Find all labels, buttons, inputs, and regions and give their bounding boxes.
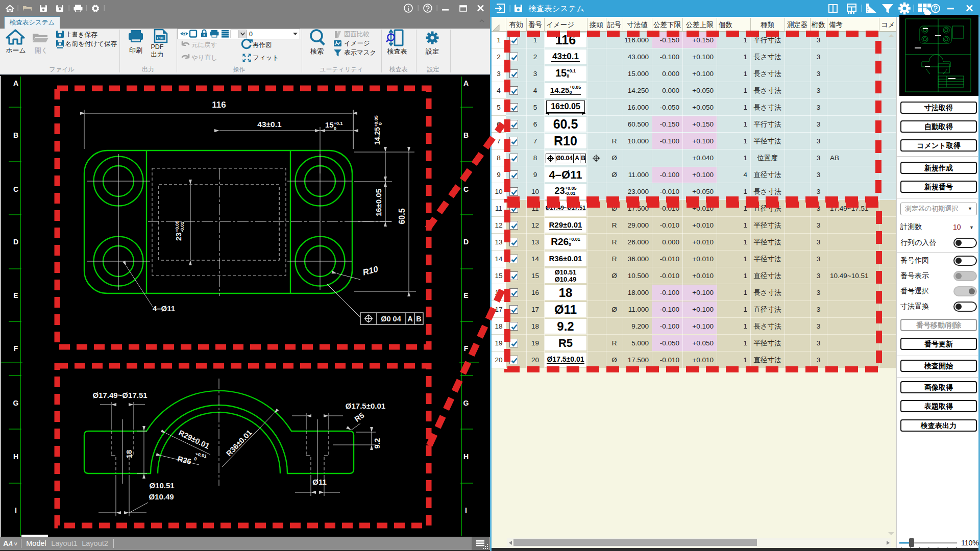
svg-text:0: 0 (334, 126, 336, 131)
svg-text:F: F (464, 344, 469, 353)
svg-text:I: I (465, 506, 467, 514)
svg-text:C: C (13, 185, 18, 193)
svg-text:D: D (463, 238, 469, 246)
svg-text:G: G (463, 399, 469, 407)
svg-text:A: A (463, 79, 469, 87)
svg-text:16±0.05: 16±0.05 (374, 189, 383, 216)
svg-text:Ø17.5±0.01: Ø17.5±0.01 (346, 402, 385, 410)
svg-text:H: H (13, 453, 18, 461)
svg-text:116: 116 (212, 100, 226, 110)
svg-text:B: B (463, 131, 469, 139)
svg-text:Ø0 04: Ø0 04 (381, 315, 401, 323)
svg-text:I: I (15, 506, 17, 514)
svg-text:B: B (416, 315, 421, 323)
svg-text:Ø17.49~Ø17.51: Ø17.49~Ø17.51 (92, 391, 147, 399)
svg-text:C: C (463, 185, 469, 193)
svg-text:9.2: 9.2 (373, 438, 381, 449)
svg-text:Ø10.51: Ø10.51 (149, 481, 174, 490)
svg-text:H: H (463, 453, 469, 461)
svg-text:4–Ø11: 4–Ø11 (153, 304, 175, 313)
svg-text:Ø10.49: Ø10.49 (149, 492, 174, 501)
svg-text:A: A (13, 79, 18, 87)
svg-text:-0.01: -0.01 (180, 221, 185, 232)
svg-text:F: F (14, 344, 18, 353)
svg-text:0: 0 (378, 122, 383, 125)
svg-text:E: E (463, 291, 468, 299)
svg-text:60.5: 60.5 (398, 208, 406, 224)
svg-text:43±0.1: 43±0.1 (257, 120, 282, 129)
svg-text:110%: 110% (961, 539, 979, 547)
svg-text:A: A (407, 315, 413, 323)
svg-text:D: D (13, 238, 18, 246)
svg-text:B: B (13, 131, 18, 139)
svg-text:18: 18 (125, 450, 133, 459)
svg-text:Ø11: Ø11 (312, 478, 327, 486)
svg-text:G: G (13, 399, 19, 407)
svg-text:E: E (13, 291, 18, 299)
